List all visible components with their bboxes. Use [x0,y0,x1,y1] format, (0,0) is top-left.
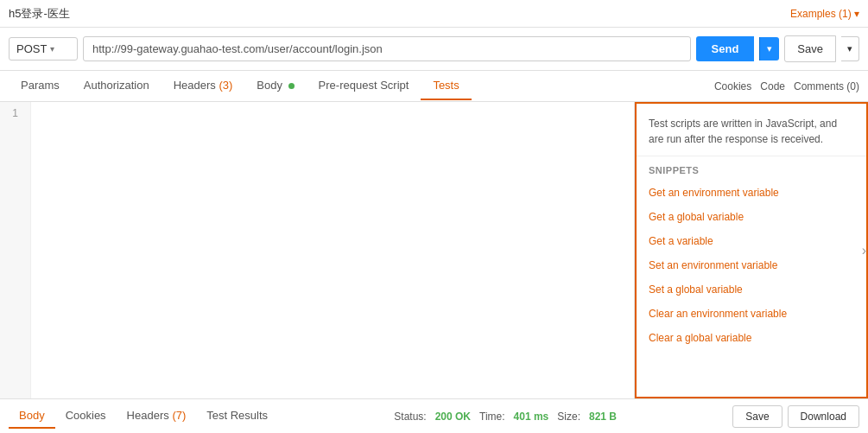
snippets-pane: Test scripts are written in JavaScript, … [635,102,868,398]
title-bar: h5登录-医生 Examples (1) ▾ [0,0,868,28]
snippet-item-3[interactable]: Set an environment variable [637,253,866,277]
tabs-right-links: Cookies Code Comments (0) [714,80,859,92]
response-headers-badge: (7) [172,409,186,422]
url-input[interactable] [83,36,691,61]
editor-pane: 1 [0,102,635,398]
bottom-tab-test-results[interactable]: Test Results [196,404,278,429]
tab-pre-request[interactable]: Pre-request Script [307,72,421,100]
snippet-item-4[interactable]: Set a global variable [637,277,866,302]
tab-authorization[interactable]: Authorization [72,72,162,100]
status-section: Status: 200 OK Time: 401 ms Size: 821 B [394,411,617,423]
body-dot-icon [288,83,295,89]
tab-params[interactable]: Params [9,72,72,100]
comments-link[interactable]: Comments (0) [794,80,859,92]
tab-tests[interactable]: Tests [421,72,471,100]
send-dropdown-button[interactable]: ▾ [759,37,779,60]
request-tabs: Params Authorization Headers (3) Body Pr… [9,72,472,100]
main-content: 1 Test scripts are written in JavaScript… [0,102,868,398]
tab-body[interactable]: Body [244,72,306,100]
size-label: Size: [557,411,580,423]
save-dropdown-button[interactable]: ▾ [841,36,859,61]
tab-headers[interactable]: Headers (3) [162,72,245,100]
snippet-item-1[interactable]: Get a global variable [637,205,866,229]
snippet-item-5[interactable]: Clear an environment variable [637,302,866,326]
snippets-section-label: SNIPPETS [637,156,866,181]
line-numbers: 1 [0,102,31,398]
code-link[interactable]: Code [760,80,785,92]
request-tabs-row: Params Authorization Headers (3) Body Pr… [0,71,868,102]
method-select[interactable]: POST ▾ [9,37,78,60]
download-button[interactable]: Download [788,405,859,428]
bottom-tab-body[interactable]: Body [9,404,55,429]
response-tabs: Body Cookies Headers (7) Test Results [9,404,278,429]
bottom-tab-headers[interactable]: Headers (7) [117,404,197,429]
headers-badge: (3) [219,79,232,92]
bottom-tab-cookies[interactable]: Cookies [55,404,117,429]
url-bar: POST ▾ Send ▾ Save ▾ [0,28,868,71]
size-value: 821 B [589,411,617,423]
method-chevron-icon: ▾ [50,44,54,54]
method-value: POST [16,42,47,55]
time-value: 401 ms [514,411,549,423]
send-button[interactable]: Send [696,36,755,61]
page-title: h5登录-医生 [9,6,70,22]
time-label: Time: [479,411,505,423]
bottom-bar: Body Cookies Headers (7) Test Results St… [0,398,868,433]
cookies-link[interactable]: Cookies [714,80,751,92]
save-button[interactable]: Save [784,35,836,62]
snippets-description: Test scripts are written in JavaScript, … [637,104,866,156]
snippet-item-6[interactable]: Clear a global variable [637,326,866,350]
snippet-item-2[interactable]: Get a variable [637,229,866,253]
response-save-button[interactable]: Save [732,405,782,428]
script-editor[interactable] [31,102,634,398]
snippet-item-0[interactable]: Get an environment variable [637,181,866,205]
status-value: 200 OK [435,411,471,423]
bottom-actions: Save Download [732,405,859,428]
status-label: Status: [394,411,426,423]
examples-link[interactable]: Examples (1) ▾ [790,8,859,20]
